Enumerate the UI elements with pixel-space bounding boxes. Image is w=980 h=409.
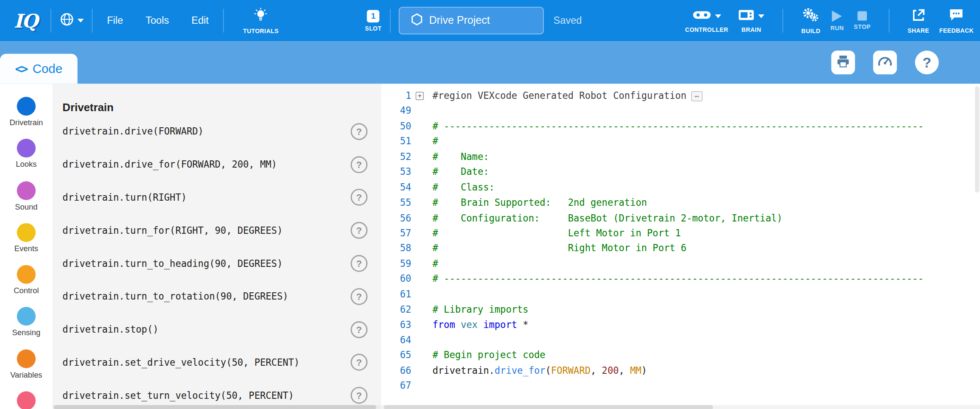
- menu-edit[interactable]: Edit: [191, 15, 209, 26]
- category-item-events[interactable]: Events: [14, 223, 38, 265]
- print-button[interactable]: [831, 50, 855, 74]
- share-label: SHARE: [907, 27, 929, 34]
- project-name-button[interactable]: Drive Project: [398, 7, 543, 34]
- command-help-button[interactable]: ?: [350, 321, 367, 338]
- code-token: 200: [602, 365, 619, 376]
- category-item-variables[interactable]: Variables: [10, 349, 42, 391]
- category-item[interactable]: [17, 391, 36, 409]
- build-label: BUILD: [801, 27, 820, 34]
- share-button[interactable]: SHARE: [907, 0, 929, 41]
- tutorials-button[interactable]: TUTORIALS: [243, 0, 279, 41]
- menu-tools[interactable]: Tools: [146, 15, 169, 26]
- slot-button[interactable]: 1 SLOT: [365, 0, 381, 41]
- line-number: 59: [381, 258, 412, 269]
- scrollbar-thumb[interactable]: [975, 86, 979, 192]
- command-panel-title: Drivetrain: [62, 101, 381, 115]
- category-rail: DrivetrainLooksSoundEventsControlSensing…: [0, 84, 53, 409]
- command-help-button[interactable]: ?: [350, 387, 367, 404]
- code-text: # Library imports: [428, 304, 529, 315]
- hexagon-icon: [410, 13, 423, 28]
- code-line: 57# Left Motor in Port 1: [381, 225, 980, 241]
- category-item-drivetrain[interactable]: Drivetrain: [9, 97, 43, 139]
- code-token: drivetrain.: [432, 365, 494, 376]
- divider: [92, 9, 92, 33]
- brain-device-icon: [738, 9, 754, 22]
- category-item-sound[interactable]: Sound: [15, 181, 37, 223]
- tab-code[interactable]: <> Code: [0, 54, 78, 84]
- scrollbar-thumb[interactable]: [384, 405, 713, 409]
- command-help-button[interactable]: ?: [350, 222, 367, 239]
- category-item-looks[interactable]: Looks: [16, 139, 36, 181]
- menu-bar: FileToolsEdit: [107, 15, 209, 26]
- code-token: #region VEXcode Generated Robot Configur…: [432, 90, 686, 101]
- command-text[interactable]: drivetrain.stop(): [62, 324, 158, 335]
- command-help-button[interactable]: ?: [350, 156, 367, 173]
- code-line: 56# Configuration: BaseBot (Drivetrain 2…: [381, 210, 980, 225]
- command-text[interactable]: drivetrain.drive_for(FORWARD, 200, MM): [62, 159, 277, 170]
- scrollbar-thumb[interactable]: [54, 405, 376, 409]
- brain-button[interactable]: BRAIN: [738, 0, 764, 41]
- category-dot: [17, 97, 36, 115]
- command-text[interactable]: drivetrain.set_turn_velocity(50, PERCENT…: [62, 390, 294, 401]
- code-token: *: [517, 319, 529, 331]
- horizontal-scrollbar[interactable]: [53, 405, 381, 409]
- feedback-button[interactable]: FEEDBACK: [939, 0, 974, 41]
- build-button[interactable]: BUILD: [801, 0, 820, 41]
- category-label: Control: [14, 286, 39, 295]
- vertical-scrollbar[interactable]: [974, 84, 980, 409]
- run-label: RUN: [830, 24, 844, 31]
- code-editor[interactable]: 1+#region VEXcode Generated Robot Config…: [381, 84, 980, 409]
- category-item-control[interactable]: Control: [14, 265, 39, 307]
- command-help-button[interactable]: ?: [350, 255, 367, 272]
- command-help-button[interactable]: ?: [350, 123, 367, 140]
- stop-button[interactable]: STOP: [854, 0, 871, 41]
- slot-number-icon: 1: [367, 10, 379, 22]
- code-text: # Right Motor in Port 6: [428, 243, 686, 254]
- code-text: # Brain Supported: 2nd generation: [428, 197, 647, 208]
- tab-bar-actions: ?: [831, 50, 938, 74]
- code-tab-label: Code: [33, 62, 62, 76]
- top-bar-right: CONTROLLER BRAIN BUILD RU: [685, 0, 974, 41]
- project-name: Drive Project: [429, 14, 490, 27]
- fold-toggle-icon[interactable]: +: [416, 92, 424, 100]
- controller-button[interactable]: CONTROLLER: [685, 0, 728, 41]
- command-text[interactable]: drivetrain.turn_to_heading(90, DEGREES): [62, 258, 283, 269]
- command-help-button[interactable]: ?: [350, 189, 367, 206]
- command-text[interactable]: drivetrain.drive(FORWARD): [62, 126, 204, 137]
- code-text: #: [428, 258, 438, 269]
- code-token: from: [432, 319, 455, 331]
- help-button[interactable]: ?: [915, 50, 939, 74]
- command-text[interactable]: drivetrain.turn(RIGHT): [62, 192, 187, 203]
- code-line: 62# Library imports: [381, 302, 980, 317]
- code-text: #region VEXcode Generated Robot Configur…: [428, 90, 703, 101]
- command-row: drivetrain.drive_for(FORWARD, 200, MM)?: [53, 148, 381, 181]
- command-row: drivetrain.turn_to_rotation(90, DEGREES)…: [53, 280, 381, 313]
- horizontal-scrollbar[interactable]: [381, 405, 980, 409]
- command-help-button[interactable]: ?: [350, 288, 367, 305]
- brain-label: BRAIN: [742, 26, 762, 33]
- folded-code-ellipsis[interactable]: ⋯: [692, 91, 702, 101]
- line-number: 61: [381, 289, 412, 300]
- question-mark-icon: ?: [922, 54, 931, 71]
- code-token: ,: [591, 365, 602, 376]
- line-number: 62: [381, 304, 412, 315]
- category-label: Looks: [16, 160, 36, 169]
- code-token: # Configuration: BaseBot (Drivetrain 2-m…: [432, 212, 782, 224]
- category-label: Sound: [15, 202, 37, 211]
- category-item-sensing[interactable]: Sensing: [12, 307, 41, 349]
- line-number: 50: [381, 120, 412, 132]
- language-button[interactable]: [59, 12, 84, 29]
- controller-label: CONTROLLER: [685, 26, 728, 33]
- menu-file[interactable]: File: [107, 15, 123, 26]
- run-button[interactable]: RUN: [830, 0, 844, 41]
- command-text[interactable]: drivetrain.set_drive_velocity(50, PERCEN…: [62, 357, 300, 368]
- iq-logo: IQ: [9, 10, 43, 32]
- code-line: 66drivetrain.drive_for(FORWARD, 200, MM): [381, 363, 980, 378]
- category-label: Drivetrain: [9, 118, 43, 127]
- command-text[interactable]: drivetrain.turn_for(RIGHT, 90, DEGREES): [62, 225, 283, 236]
- divider: [223, 9, 224, 33]
- monitor-button[interactable]: [873, 50, 897, 74]
- code-token: # Name:: [432, 151, 489, 162]
- command-help-button[interactable]: ?: [350, 354, 367, 371]
- command-text[interactable]: drivetrain.turn_to_rotation(90, DEGREES): [62, 291, 288, 303]
